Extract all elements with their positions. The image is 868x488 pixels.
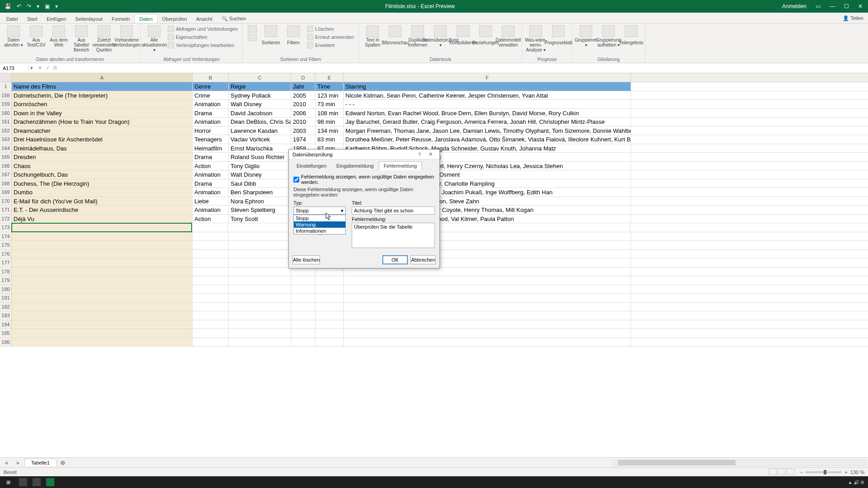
name-box-dropdown-icon[interactable]: ▾: [29, 65, 34, 71]
cell[interactable]: [229, 232, 291, 241]
cell[interactable]: [193, 329, 229, 338]
fx-icon[interactable]: fx: [53, 65, 57, 71]
type-option-stopp[interactable]: Stopp: [294, 215, 345, 221]
cell[interactable]: Starring: [344, 82, 631, 91]
clear-all-button[interactable]: Alle löschen: [292, 255, 320, 264]
row-header[interactable]: 166: [0, 162, 12, 170]
cell[interactable]: Ben Sharpsteen: [229, 188, 291, 197]
row-header[interactable]: 179: [0, 276, 12, 285]
cell[interactable]: [344, 267, 631, 276]
sheet-nav-prev-icon[interactable]: ◄: [0, 460, 12, 465]
cell[interactable]: Drei Haselnüsse für Aschenbrödel: [12, 135, 193, 144]
tab-file[interactable]: Datei: [2, 14, 23, 23]
cell[interactable]: [316, 320, 344, 329]
from-table-button[interactable]: Aus Tabelle/ Bereich: [71, 24, 92, 52]
cell[interactable]: [12, 329, 193, 338]
cell[interactable]: [316, 338, 344, 347]
from-text-button[interactable]: Aus Text/CSV: [25, 24, 47, 47]
cell[interactable]: [12, 276, 193, 285]
row-header[interactable]: 184: [0, 320, 12, 329]
select-all-corner[interactable]: [0, 73, 12, 82]
cell[interactable]: [12, 311, 193, 320]
row-header[interactable]: 158: [0, 91, 12, 100]
dialog-tab-errormsg[interactable]: Fehlermeldung: [379, 161, 422, 170]
cell[interactable]: Jahr: [291, 82, 316, 91]
data-validation-button[interactable]: Datenüberprüfung ▾: [429, 24, 451, 47]
col-header-F[interactable]: F: [344, 73, 631, 82]
cell[interactable]: [192, 223, 228, 232]
cell[interactable]: [316, 294, 344, 302]
ribbon-options-icon[interactable]: ▭: [816, 3, 821, 9]
tab-data[interactable]: Daten: [134, 14, 157, 23]
row-header[interactable]: 165: [0, 153, 12, 161]
cell[interactable]: [193, 311, 229, 320]
clear-filter-button[interactable]: Löschen: [305, 25, 356, 33]
cell[interactable]: 123 min: [316, 91, 344, 100]
cell[interactable]: [12, 267, 193, 276]
col-header-C[interactable]: C: [229, 73, 291, 82]
redo-icon[interactable]: ↷: [27, 3, 31, 9]
group-button[interactable]: Gruppieren ▾: [575, 24, 597, 47]
chevron-down-icon[interactable]: ▾: [341, 208, 344, 214]
cell[interactable]: [344, 329, 631, 338]
text-to-columns-button[interactable]: Text in Spalten: [362, 24, 383, 47]
cell[interactable]: Drachenzähmen (How to Train Your Dragon): [12, 117, 193, 126]
row-header[interactable]: 171: [0, 206, 12, 214]
cell[interactable]: Drama: [193, 109, 229, 117]
row-header[interactable]: 168: [0, 179, 12, 188]
properties-button[interactable]: Eigenschaften: [166, 33, 240, 41]
qat-more2-icon[interactable]: ▾: [55, 3, 58, 9]
cell[interactable]: [291, 285, 316, 294]
formula-bar[interactable]: [61, 67, 868, 69]
cell[interactable]: 108 min: [316, 109, 344, 117]
queries-button[interactable]: Abfragen und Verbindungen: [166, 25, 240, 33]
cancel-button[interactable]: Abbrechen: [410, 255, 436, 264]
row-header[interactable]: 172: [0, 215, 12, 223]
cell[interactable]: [228, 223, 290, 232]
start-button[interactable]: ⊞: [0, 476, 16, 488]
taskbar-item[interactable]: [30, 476, 43, 488]
cell[interactable]: [229, 276, 291, 285]
filter-button[interactable]: Filtern: [283, 24, 304, 47]
undo-icon[interactable]: ↶: [17, 3, 21, 9]
cell[interactable]: [193, 267, 229, 276]
cell[interactable]: [12, 232, 193, 241]
cell[interactable]: [291, 311, 316, 320]
cell[interactable]: Dolmetscherin, Die (The Interpreter): [12, 91, 193, 100]
cell[interactable]: Chaos: [12, 162, 193, 170]
cell[interactable]: [193, 338, 229, 347]
row-header[interactable]: 169: [0, 188, 12, 197]
cell[interactable]: [344, 276, 631, 285]
row-header[interactable]: 161: [0, 117, 12, 126]
cell[interactable]: Sydney Pollack: [229, 91, 291, 100]
cell[interactable]: [229, 294, 291, 302]
row-header[interactable]: 173: [0, 223, 12, 232]
cell[interactable]: [193, 294, 229, 302]
system-tray[interactable]: ▲ 🔊 ⚙: [848, 480, 868, 485]
tab-layout[interactable]: Seitenlayout: [71, 14, 107, 23]
taskbar-excel[interactable]: [43, 476, 57, 488]
cell[interactable]: [12, 320, 193, 329]
col-header-E[interactable]: E: [316, 73, 344, 82]
cell[interactable]: [12, 338, 193, 347]
cell[interactable]: [193, 241, 229, 249]
tab-view[interactable]: Ansicht: [192, 14, 217, 23]
cell[interactable]: Teenagers: [193, 135, 229, 144]
cell[interactable]: [291, 329, 316, 338]
cell[interactable]: - - -: [344, 100, 631, 108]
cell[interactable]: Déjà Vu: [12, 215, 193, 223]
cell[interactable]: 98 min: [316, 117, 344, 126]
cell[interactable]: Genre: [193, 82, 229, 91]
cell[interactable]: [229, 329, 291, 338]
cell[interactable]: [193, 320, 229, 329]
flash-fill-button[interactable]: Blitzvorschau: [384, 24, 406, 47]
cell[interactable]: Drama: [193, 179, 229, 188]
cell[interactable]: Dreamcatcher: [12, 127, 193, 135]
cell[interactable]: [291, 320, 316, 329]
cell[interactable]: [12, 250, 193, 258]
cell[interactable]: [229, 267, 291, 276]
zoom-out-icon[interactable]: −: [800, 469, 803, 475]
cell[interactable]: Dorothea Meißner, Peter Reusse, Jaroslav…: [344, 135, 631, 144]
cell[interactable]: [193, 285, 229, 294]
cell[interactable]: 1974: [291, 135, 316, 144]
